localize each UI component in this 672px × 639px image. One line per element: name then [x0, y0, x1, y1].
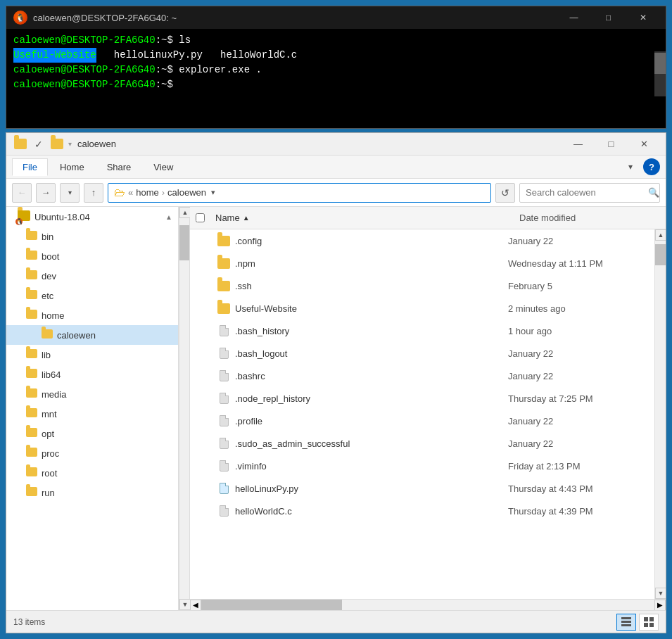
folder-icon-dev [26, 270, 37, 281]
sidebar-item-home[interactable]: home [6, 305, 178, 325]
back-button[interactable]: ← [12, 183, 32, 203]
sidebar-item-run[interactable]: run [6, 483, 178, 502]
terminal-icon: 🐧 [13, 11, 27, 25]
sidebar-item-proc[interactable]: proc [6, 443, 178, 463]
file-item[interactable]: helloLinuxPy.py Thursday at 4:43 PM [190, 477, 654, 500]
ribbon-collapse-button[interactable]: ▾ [622, 158, 639, 175]
sidebar-item-etc[interactable]: etc [6, 286, 178, 305]
file-item[interactable]: .sudo_as_admin_successful January 22 [190, 432, 654, 455]
terminal-close-button[interactable]: ✕ [627, 8, 659, 27]
sidebar-item-media[interactable]: media [6, 384, 178, 404]
tab-home[interactable]: Home [49, 158, 95, 175]
sidebar-label-boot: boot [42, 251, 59, 262]
column-date-label: Date modified [519, 213, 576, 223]
sidebar-expand-ubuntu[interactable]: ▲ [165, 213, 172, 221]
sidebar-item-ubuntu[interactable]: 🐧 Ubuntu-18.04 ▲ [6, 207, 178, 227]
file-item[interactable]: .node_repl_history Thursday at 7:25 PM [190, 387, 654, 410]
up-button[interactable]: ↑ [84, 183, 103, 203]
select-all-checkbox[interactable] [196, 213, 205, 222]
file-date: February 5 [508, 281, 649, 291]
tab-share[interactable]: Share [96, 158, 142, 175]
explorer-close-button[interactable]: ✕ [628, 135, 660, 153]
tab-file[interactable]: File [12, 158, 48, 176]
file-scroll-up[interactable]: ▲ [655, 229, 666, 241]
help-button[interactable]: ? [643, 158, 660, 175]
file-item[interactable]: helloWorldC.c Thursday at 4:39 PM [190, 500, 654, 522]
ribbon-controls-right: ▾ ? [622, 158, 660, 175]
terminal-maximize-button[interactable]: □ [592, 8, 624, 27]
explorer-window: ✓ ▾ caloewen — □ ✕ File Home Share View … [6, 132, 666, 633]
file-scroll-down[interactable]: ▼ [655, 588, 666, 599]
file-icon [215, 303, 232, 314]
quick-access-checkmark-icon[interactable]: ✓ [30, 136, 47, 153]
sidebar-scroll-up[interactable]: ▲ [179, 207, 191, 218]
file-date: January 22 [508, 416, 649, 426]
file-item[interactable]: .bashrc January 22 [190, 365, 654, 387]
explorer-maximize-button[interactable]: □ [595, 135, 627, 153]
forward-button[interactable]: → [36, 183, 56, 203]
path-dropdown-arrow[interactable]: ▾ [206, 183, 220, 203]
file-list-scrollbar[interactable]: ▲ ▼ [654, 229, 666, 599]
column-date[interactable]: Date modified [519, 213, 660, 223]
sidebar-label-proc: proc [42, 448, 59, 459]
sidebar-item-opt[interactable]: opt [6, 424, 178, 443]
explorer-titlebar: ✓ ▾ caloewen — □ ✕ [6, 133, 666, 156]
file-item[interactable]: Useful-Website 2 minutes ago [190, 297, 654, 320]
view-large-icons-button[interactable] [639, 614, 659, 631]
file-item[interactable]: .bash_history 1 hour ago [190, 320, 654, 342]
explorer-minimize-button[interactable]: — [562, 135, 594, 153]
sidebar-label-home: home [42, 310, 65, 321]
sidebar-item-dev[interactable]: dev [6, 266, 178, 286]
sidebar-scrollbar[interactable]: ▲ ▼ [179, 207, 190, 610]
breadcrumb-home[interactable]: home [136, 187, 159, 198]
history-button[interactable]: ▾ [60, 183, 80, 203]
file-name: Useful-Website [232, 303, 508, 314]
file-item[interactable]: .profile January 22 [190, 410, 654, 432]
file-item[interactable]: .bash_logout January 22 [190, 342, 654, 365]
breadcrumb-caloewen[interactable]: caloewen [167, 187, 206, 198]
file-name: .bash_logout [232, 348, 508, 359]
h-scrollbar[interactable]: ◀ ▶ [190, 599, 666, 610]
column-name[interactable]: Name ▲ [215, 213, 519, 223]
view-details-button[interactable] [616, 614, 636, 631]
sidebar-label-lib: lib [42, 350, 51, 360]
tab-view[interactable]: View [143, 158, 184, 175]
file-item[interactable]: .npm Wednesday at 1:11 PM [190, 252, 654, 274]
file-item[interactable]: .config January 22 [190, 229, 654, 252]
svg-rect-5 [644, 623, 648, 627]
file-item[interactable]: .viminfo Friday at 2:13 PM [190, 455, 654, 477]
explorer-title-text: caloewen [77, 139, 116, 149]
folder-icon-run [26, 487, 37, 498]
search-box[interactable]: 🔍 [519, 183, 660, 203]
sidebar-item-root[interactable]: root [6, 463, 178, 483]
address-path[interactable]: 🗁 « home › caloewen ▾ [108, 183, 491, 203]
h-scroll-right[interactable]: ▶ [654, 600, 666, 611]
sidebar-scroll-thumb [179, 225, 189, 260]
h-scroll-left[interactable]: ◀ [190, 600, 201, 611]
terminal-prompt-3: caloewen@DESKTOP-2FA6G40 [13, 63, 156, 77]
sidebar-item-lib[interactable]: lib [6, 345, 178, 365]
sidebar-item-mnt[interactable]: mnt [6, 404, 178, 424]
sidebar-items-container: binbootdevetchomecaloewenliblib64mediamn… [6, 227, 178, 502]
sidebar-item-lib64[interactable]: lib64 [6, 365, 178, 384]
folder-icon-opt [26, 428, 37, 439]
terminal-minimize-button[interactable]: — [558, 8, 590, 27]
file-icon [215, 258, 232, 269]
folder-icon-lib64 [26, 369, 37, 380]
refresh-button[interactable]: ↺ [495, 183, 515, 203]
file-date: January 22 [508, 236, 649, 246]
file-date: Wednesday at 1:11 PM [508, 258, 649, 269]
terminal-scrollbar[interactable] [654, 51, 666, 96]
address-bar: ← → ▾ ↑ 🗁 « home › caloewen ▾ ↺ 🔍 [6, 179, 666, 207]
terminal-scrollbar-thumb [654, 53, 666, 74]
sidebar-item-caloewen[interactable]: caloewen [6, 325, 178, 345]
file-item[interactable]: .ssh February 5 [190, 274, 654, 297]
breadcrumb-separator: › [162, 187, 165, 198]
sidebar-scroll-down[interactable]: ▼ [179, 599, 191, 610]
sidebar-item-bin[interactable]: bin [6, 227, 178, 246]
quick-access-folder2-icon [49, 136, 65, 153]
file-date: January 22 [508, 371, 649, 381]
search-input[interactable] [526, 187, 644, 198]
search-icon: 🔍 [648, 187, 659, 198]
sidebar-item-boot[interactable]: boot [6, 246, 178, 266]
